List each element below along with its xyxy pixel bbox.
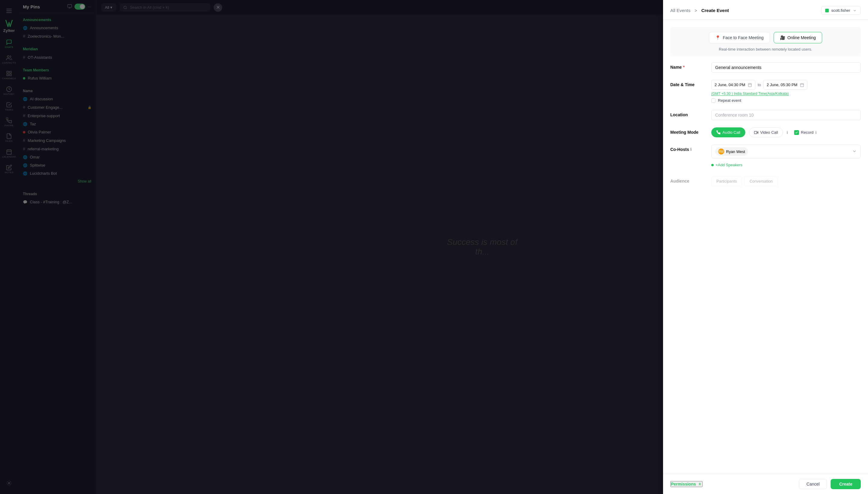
calendar-icon [800, 83, 804, 87]
video-call-button[interactable]: Video Call [749, 128, 783, 137]
cohosts-field-row: Co-Hosts ℹ RW Ryan West +Add Speakers [670, 145, 861, 169]
record-row: Record ℹ [794, 130, 817, 135]
video-icon [754, 130, 758, 135]
face-to-face-icon: 📍 [715, 35, 720, 40]
modal-body: 📍 Face to Face Meeting 🎥 Online Meeting … [663, 20, 868, 474]
chevrons-up-icon [698, 482, 702, 486]
add-speakers-button[interactable]: +Add Speakers [711, 161, 861, 169]
svg-rect-16 [749, 83, 752, 87]
mode-row: Audio Call Video Call ℹ Record ℹ [711, 128, 861, 137]
svg-rect-20 [800, 83, 804, 87]
user-selector[interactable]: scott.fisher [821, 6, 861, 15]
mode-info-icon[interactable]: ℹ [787, 130, 788, 135]
audio-call-button[interactable]: Audio Call [711, 128, 745, 137]
chevron-down-icon [853, 8, 857, 13]
event-name-input[interactable] [711, 62, 861, 73]
record-info-icon[interactable]: ℹ [815, 130, 817, 135]
date-to-value: 2 June, 05:30 PM [767, 82, 797, 87]
to-separator: to [758, 82, 761, 87]
required-indicator: * [683, 65, 684, 70]
audio-call-label: Audio Call [722, 130, 740, 135]
breadcrumb-all-events: All Events [670, 8, 690, 13]
audience-label: Audience [670, 176, 706, 184]
modal-footer: Permissions Cancel Create [663, 474, 868, 494]
datetime-label: Date & Time [670, 80, 706, 87]
date-to-picker[interactable]: 2 June, 05:30 PM [763, 80, 808, 90]
user-color-indicator [825, 9, 829, 12]
calendar-icon [748, 83, 752, 87]
record-label: Record [801, 130, 813, 135]
modal-title: Create Event [701, 8, 729, 13]
speaker-dot [711, 164, 714, 166]
face-to-face-label: Face to Face Meeting [723, 35, 763, 40]
date-from-value: 2 June, 04:30 PM [715, 82, 745, 87]
repeat-checkbox[interactable] [711, 98, 716, 103]
cancel-button[interactable]: Cancel [799, 479, 827, 489]
phone-icon [716, 130, 721, 135]
cohost-tag: RW Ryan West [715, 147, 748, 156]
create-button[interactable]: Create [831, 479, 861, 489]
timezone-link[interactable]: (GMT +5:30 ) India Standard Time(Asia/Ko… [711, 92, 861, 96]
audience-row: Audience Participants Conversation [670, 176, 861, 186]
face-to-face-button[interactable]: 📍 Face to Face Meeting [709, 32, 770, 43]
datetime-control: 2 June, 04:30 PM to 2 June, 05:30 PM (GM… [711, 80, 861, 103]
online-meeting-label: Online Meeting [788, 35, 816, 40]
meeting-mode-control: Audio Call Video Call ℹ Record ℹ [711, 128, 861, 137]
datetime-field-row: Date & Time 2 June, 04:30 PM to 2 June, … [670, 80, 861, 103]
footer-actions: Cancel Create [799, 479, 861, 489]
add-speakers-label: +Add Speakers [716, 163, 742, 167]
permissions-button[interactable]: Permissions [670, 481, 703, 487]
create-event-modal: All Events > Create Event scott.fisher 📍… [663, 0, 868, 494]
name-field-control [711, 62, 861, 73]
name-label: Name * [670, 62, 706, 70]
meeting-type-buttons: 📍 Face to Face Meeting 🎥 Online Meeting [709, 32, 822, 43]
meeting-type-section: 📍 Face to Face Meeting 🎥 Online Meeting … [670, 27, 861, 56]
record-checkbox[interactable] [794, 130, 799, 135]
user-name: scott.fisher [831, 8, 850, 13]
meeting-mode-row: Meeting Mode Audio Call Video Call ℹ [670, 128, 861, 137]
modal-header: All Events > Create Event scott.fisher [663, 0, 868, 20]
breadcrumb-separator: > [695, 8, 697, 13]
location-control [711, 110, 861, 120]
repeat-label: Repeat event [718, 98, 741, 103]
location-input[interactable] [711, 110, 861, 120]
video-call-label: Video Call [760, 130, 778, 135]
permissions-label: Permissions [671, 482, 696, 487]
cohosts-label: Co-Hosts ℹ [670, 145, 706, 152]
meeting-mode-label: Meeting Mode [670, 128, 706, 135]
location-field-row: Location [670, 110, 861, 120]
conversation-button[interactable]: Conversation [744, 176, 778, 186]
online-meeting-icon: 🎥 [780, 35, 785, 40]
cohosts-chevron[interactable] [852, 149, 857, 154]
checkmark-icon [795, 131, 798, 134]
repeat-row: Repeat event [711, 98, 861, 103]
meeting-desc: Real-time interaction between remotely l… [719, 47, 812, 52]
cohost-name: Ryan West [726, 149, 745, 154]
cohosts-info-icon[interactable]: ℹ [690, 147, 692, 152]
cohost-avatar: RW [718, 149, 724, 154]
datetime-row: 2 June, 04:30 PM to 2 June, 05:30 PM [711, 80, 861, 90]
participants-button[interactable]: Participants [711, 176, 742, 186]
name-field-row: Name * [670, 62, 861, 73]
cohosts-control: RW Ryan West +Add Speakers [711, 145, 861, 169]
svg-rect-25 [754, 131, 757, 133]
online-meeting-button[interactable]: 🎥 Online Meeting [774, 32, 822, 43]
svg-marker-24 [757, 132, 758, 133]
date-from-picker[interactable]: 2 June, 04:30 PM [711, 80, 755, 90]
audience-control: Participants Conversation [711, 176, 861, 186]
cohosts-dropdown[interactable]: RW Ryan West [711, 145, 861, 158]
location-label: Location [670, 110, 706, 117]
